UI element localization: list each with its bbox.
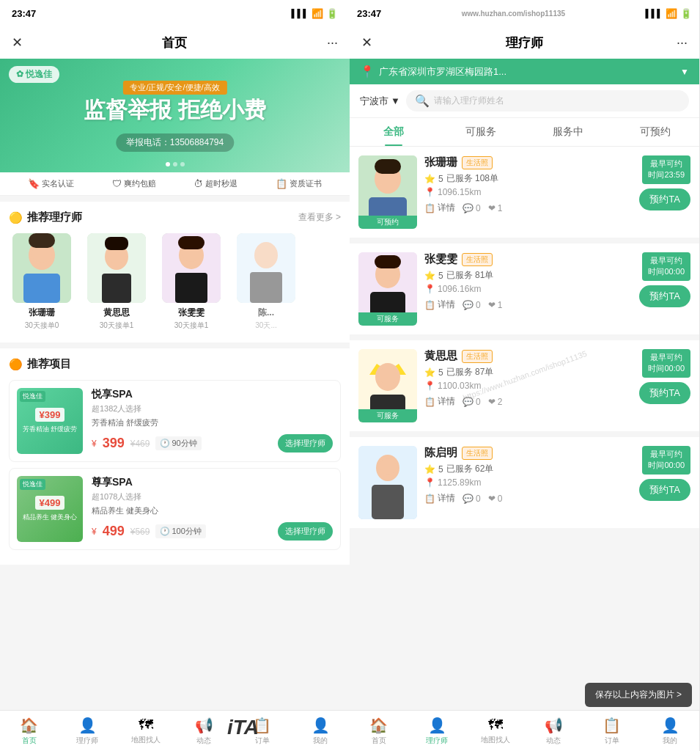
therapist-avatar-3	[237, 233, 295, 303]
trust-item-2: ⏱ 超时秒退	[194, 178, 237, 189]
item-name-row-0: 张珊珊 生活照	[424, 155, 632, 169]
star-icon-3: ⭐	[424, 464, 435, 475]
close-btn-1[interactable]: ✕	[12, 34, 23, 51]
therapist-title-icon: 🟡	[9, 211, 23, 224]
price-unit-1: ¥	[92, 527, 97, 537]
book-btn-2[interactable]: 预约TA	[639, 382, 690, 404]
item-right-1: 最早可约 时间00:00 预约TA	[639, 252, 690, 307]
more-btn-1[interactable]: ···	[327, 35, 338, 51]
see-more-btn[interactable]: 查看更多 >	[298, 211, 341, 224]
more-btn-2[interactable]: ···	[677, 35, 688, 51]
save-banner[interactable]: 保存以上内容为图片 >	[585, 683, 692, 707]
svg-point-33	[378, 367, 397, 384]
trust-item-1: 🛡 爽约包赔	[112, 178, 156, 189]
earliest-tag-1: 最早可约 时间00:00	[642, 252, 690, 281]
location-bar[interactable]: 📍 广东省深圳市罗湖区梅园路1... ▼	[350, 59, 699, 84]
nav-order-2[interactable]: 📋 订单	[583, 717, 641, 746]
therapist-card-3[interactable]: 陈... 30天...	[233, 233, 299, 331]
nav-map-1[interactable]: 🗺 地图找人	[117, 717, 175, 745]
detail-text-1: 详情	[438, 298, 455, 311]
clock-icon-0: 🕐	[160, 439, 170, 448]
trust-label-2: 超时秒退	[205, 178, 237, 189]
wifi-icon-1: 📶	[312, 8, 323, 19]
nav-therapist-1[interactable]: 👤 理疗师	[59, 717, 117, 746]
item-tag-1: 生活照	[462, 253, 493, 266]
item-distance-2: 1100.03km	[438, 381, 481, 391]
item-actions-2: 📋 详情 💬 0 ❤ 2	[424, 395, 632, 408]
nav-home-1[interactable]: 🏠 首页	[0, 717, 59, 746]
dynamic-icon-1: 📢	[195, 717, 213, 734]
therapist-item-info-2: 黄思思 生活照 ⭐ 5 已服务 87单 📍 1100.03km 📋 详情	[424, 349, 632, 408]
project-img-0: 悦逸佳 ¥399 芳香精油 舒缓疲劳	[17, 388, 83, 454]
nav-label-home-1: 首页	[22, 736, 37, 746]
like-count-1: 1	[498, 300, 503, 310]
time-tag-1: 🕐 100分钟	[155, 524, 205, 538]
project-title-icon: 🟠	[9, 358, 23, 371]
phone-1: 23:47 ▌▌▌ 📶 🔋 ✕ 首页 ··· ✿ 悦逸佳 专业/正规/安全/便捷…	[0, 0, 350, 751]
tab-available[interactable]: 可服务	[437, 118, 524, 146]
item-location-2: 📍 1100.03km	[424, 381, 632, 391]
tab-serving[interactable]: 服务中	[525, 118, 612, 146]
svg-rect-28	[375, 255, 401, 268]
bottom-nav-1: 🏠 首页 👤 理疗师 🗺 地图找人 📢 动态 📋 订单 👤 我的	[0, 710, 350, 751]
therapist-item-3: 陈启明 生活照 ⭐ 5 已服务 62单 📍 1125.89km 📋 详情	[350, 437, 699, 528]
book-btn-1[interactable]: 预约TA	[639, 285, 690, 307]
book-btn-0[interactable]: 预约TA	[639, 188, 690, 210]
svg-rect-12	[175, 273, 207, 303]
nav-therapist-2[interactable]: 👤 理疗师	[408, 717, 467, 746]
city-select[interactable]: 宁波市 ▼	[360, 95, 400, 108]
item-orders-3: 已服务 62单	[446, 463, 494, 475]
therapist-avatar-0	[12, 233, 71, 303]
dynamic-icon-2: 📢	[545, 717, 563, 734]
item-badge-1: 可服务	[358, 312, 417, 326]
detail-icon-1: 📋	[424, 300, 435, 310]
therapist-card-2[interactable]: 张雯雯 30天接单1	[158, 233, 224, 331]
therapist-card-0[interactable]: 张珊珊 30天接单0	[9, 233, 75, 331]
price-old-0: ¥469	[130, 439, 150, 449]
therapist-item-0: 可预约 张珊珊 生活照 ⭐ 5 已服务 108单 📍 1096.15km	[350, 147, 699, 238]
item-orders-0: 已服务 108单	[446, 172, 498, 185]
search-box[interactable]: 🔍 请输入理疗师姓名	[406, 90, 689, 111]
nav-dynamic-2[interactable]: 📢 动态	[525, 717, 583, 746]
trust-icon-2: ⏱	[194, 178, 203, 189]
proj-desc-display-0: 芳香精油 舒缓疲劳	[23, 425, 78, 434]
item-detail-1[interactable]: 📋 详情	[424, 298, 455, 311]
close-btn-2[interactable]: ✕	[361, 34, 372, 51]
banner-tag: 专业/正规/安全/便捷/高效	[122, 81, 226, 95]
nav-map-2[interactable]: 🗺 地图找人	[466, 717, 525, 745]
therapist-item-avatar-3	[358, 446, 417, 519]
time-tag-0: 🕐 90分钟	[155, 436, 201, 450]
therapist-item-2: 可服务 黄思思 生活照 ⭐ 5 已服务 87单 📍 1100.03km	[350, 340, 699, 431]
therapist-stat-0: 30天接单0	[25, 320, 59, 331]
tab-all[interactable]: 全部	[350, 118, 437, 146]
therapist-card-1[interactable]: 黄思思 30天接单1	[84, 233, 150, 331]
trust-label-3: 资质证书	[290, 178, 322, 189]
project-footer-1: ¥ 499 ¥569 🕐 100分钟 选择理疗师	[92, 522, 333, 541]
proj-price-display-1: ¥499	[35, 496, 65, 510]
nav-mine-1[interactable]: 👤 我的	[292, 717, 350, 746]
earliest-line2-0: 时间23:59	[648, 169, 685, 180]
item-badge-2: 可服务	[358, 409, 417, 422]
nav-mine-2[interactable]: 👤 我的	[641, 717, 700, 746]
detail-text-2: 详情	[438, 395, 455, 408]
item-detail-2[interactable]: 📋 详情	[424, 395, 455, 408]
search-icon: 🔍	[415, 94, 430, 108]
nav-dynamic-1[interactable]: 📢 动态	[175, 717, 234, 746]
choose-btn-0[interactable]: 选择理疗师	[278, 434, 333, 453]
tab-bookable[interactable]: 可预约	[612, 118, 699, 146]
time-1: 23:47	[12, 8, 36, 19]
therapist-section: 🟡 推荐理疗师 查看更多 >	[0, 202, 350, 342]
item-detail-0[interactable]: 📋 详情	[424, 202, 455, 214]
trust-label-0: 实名认证	[42, 178, 74, 189]
like-count-2: 2	[498, 397, 503, 407]
choose-btn-1[interactable]: 选择理疗师	[278, 522, 333, 541]
nav-home-2[interactable]: 🏠 首页	[350, 717, 408, 746]
signal-icon-1: ▌▌▌	[292, 9, 309, 18]
star-icon-0: ⭐	[424, 174, 435, 184]
earliest-line1-1: 最早可约	[648, 255, 685, 266]
svg-rect-2	[23, 274, 60, 303]
item-detail-3[interactable]: 📋 详情	[424, 492, 455, 505]
book-btn-3[interactable]: 预约TA	[639, 479, 690, 501]
scroll-content-1: ✿ 悦逸佳 专业/正规/安全/便捷/高效 监督举报 拒绝小费 举报电话：1350…	[0, 59, 350, 710]
detail-text-0: 详情	[438, 202, 455, 214]
